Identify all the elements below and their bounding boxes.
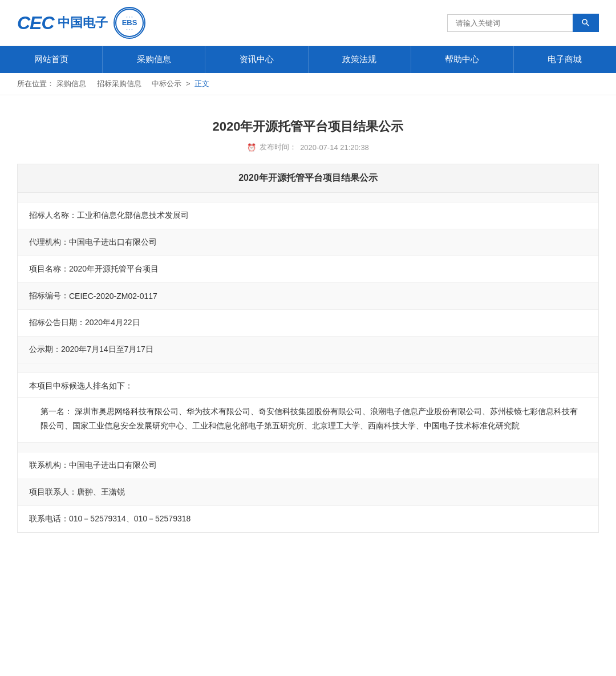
- spacer-row-1: [18, 193, 598, 203]
- field-public-period-value: 2020年7月14日至7月17日: [61, 345, 153, 355]
- svg-text:EBS: EBS: [121, 18, 137, 27]
- search-icon: [581, 18, 591, 28]
- publish-time: 2020-07-14 21:20:38: [300, 143, 369, 152]
- nav-shop[interactable]: 电子商城: [514, 46, 616, 73]
- field-contact-phone-label: 联系电话：: [29, 514, 69, 524]
- nav-news[interactable]: 资讯中心: [205, 46, 308, 73]
- ebs-badge: ◦ ◦ ◦ EBS ◦ ◦ ◦: [114, 7, 145, 39]
- svg-text:◦ ◦ ◦: ◦ ◦ ◦: [126, 27, 132, 31]
- breadcrumb-current: 正文: [194, 79, 209, 88]
- field-contact-org-value: 中国电子进出口有限公司: [69, 460, 157, 471]
- field-agency-value: 中国电子进出口有限公司: [69, 237, 157, 248]
- field-bid-no-value: CEIEC-2020-ZM02-0117: [69, 292, 157, 301]
- main-content: 2020年开源托管平台项目结果公示 ⏰ 发布时间： 2020-07-14 21:…: [0, 95, 616, 550]
- candidates-intro: 本项目中标候选人排名如下：: [18, 373, 598, 398]
- field-contact-phone: 联系电话： 010－52579314、010－52579318: [18, 506, 598, 532]
- field-project-name-label: 项目名称：: [29, 264, 69, 274]
- header: CEC 中国电子 ◦ ◦ ◦ EBS ◦ ◦ ◦: [0, 0, 616, 46]
- publish-label: 发布时间：: [260, 142, 297, 152]
- rank-value: 深圳市奥思网络科技有限公司、华为技术有限公司、奇安信科技集团股份有限公司、浪潮电…: [40, 407, 578, 430]
- field-public-period-label: 公示期：: [29, 345, 61, 355]
- nav-help[interactable]: 帮助中心: [411, 46, 514, 73]
- spacer-row-3: [18, 443, 598, 452]
- section-title: 2020年开源托管平台项目结果公示: [18, 164, 598, 193]
- rank-label: 第一名：: [40, 407, 72, 416]
- field-contact-person-label: 项目联系人：: [29, 487, 77, 497]
- field-tenderer-label: 招标人名称：: [29, 211, 77, 221]
- field-agency: 代理机构： 中国电子进出口有限公司: [18, 229, 598, 256]
- field-agency-label: 代理机构：: [29, 237, 69, 248]
- search-button[interactable]: [573, 14, 599, 32]
- search-area: [447, 14, 599, 32]
- article-title: 2020年开源托管平台项目结果公示: [17, 118, 599, 135]
- field-project-name: 项目名称： 2020年开源托管平台项目: [18, 256, 598, 283]
- content-box: 2020年开源托管平台项目结果公示 招标人名称： 工业和信息化部信息技术发展司 …: [17, 164, 599, 533]
- field-contact-person: 项目联系人： 唐翀、王潇锐: [18, 479, 598, 506]
- field-contact-person-value: 唐翀、王潇锐: [77, 487, 125, 497]
- nav-policy[interactable]: 政策法规: [309, 46, 411, 73]
- logo-area: CEC 中国电子 ◦ ◦ ◦ EBS ◦ ◦ ◦: [17, 7, 145, 39]
- field-tenderer: 招标人名称： 工业和信息化部信息技术发展司: [18, 203, 598, 229]
- main-nav: 网站首页 采购信息 资讯中心 政策法规 帮助中心 电子商城: [0, 46, 616, 73]
- field-contact-phone-value: 010－52579314、010－52579318: [69, 514, 191, 524]
- breadcrumb-bidding[interactable]: 招标采购信息: [97, 79, 141, 88]
- field-tenderer-value: 工业和信息化部信息技术发展司: [77, 211, 189, 221]
- field-public-period: 公示期： 2020年7月14日至7月17日: [18, 337, 598, 363]
- breadcrumb-location: 所在位置：: [17, 79, 54, 88]
- breadcrumb-winning[interactable]: 中标公示: [152, 79, 181, 88]
- candidates-content: 第一名： 深圳市奥思网络科技有限公司、华为技术有限公司、奇安信科技集团股份有限公…: [18, 398, 598, 443]
- field-bid-no: 招标编号： CEIEC-2020-ZM02-0117: [18, 283, 598, 310]
- publish-info: ⏰ 发布时间： 2020-07-14 21:20:38: [17, 142, 599, 152]
- field-bid-date-value: 2020年4月22日: [85, 318, 140, 328]
- field-contact-org: 联系机构： 中国电子进出口有限公司: [18, 452, 598, 479]
- nav-purchase[interactable]: 采购信息: [103, 46, 205, 73]
- clock-icon: ⏰: [247, 143, 256, 152]
- nav-home[interactable]: 网站首页: [0, 46, 103, 73]
- spacer-row-2: [18, 363, 598, 373]
- field-bid-date: 招标公告日期： 2020年4月22日: [18, 310, 598, 337]
- field-bid-date-label: 招标公告日期：: [29, 318, 85, 328]
- breadcrumb: 所在位置： 采购信息 招标采购信息 中标公示 > 正文: [0, 73, 616, 95]
- field-project-name-value: 2020年开源托管平台项目: [69, 264, 159, 274]
- field-contact-org-label: 联系机构：: [29, 460, 69, 471]
- cec-logo: CEC: [17, 13, 54, 34]
- search-input[interactable]: [447, 14, 573, 32]
- field-bid-no-label: 招标编号：: [29, 291, 69, 301]
- breadcrumb-purchase[interactable]: 采购信息: [56, 79, 86, 88]
- chinese-logo: 中国电子: [58, 14, 108, 31]
